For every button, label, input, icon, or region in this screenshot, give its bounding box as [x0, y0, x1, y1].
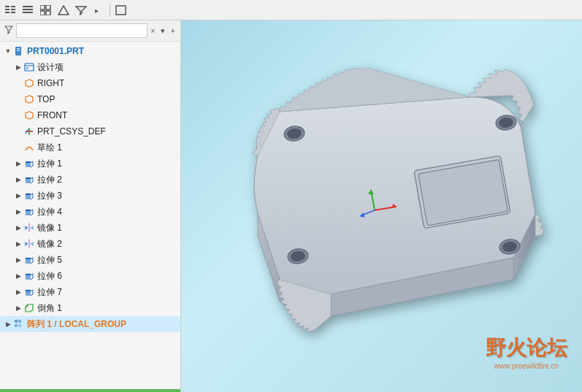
mirror1-label: 镜像 1: [37, 222, 62, 234]
filter-icon: [3, 26, 15, 36]
tree-item-extrude2[interactable]: ▶ 拉伸 2: [0, 172, 180, 188]
tree-root-item[interactable]: ▼ PRT0001.PRT: [0, 43, 180, 59]
3d-viewport[interactable]: 野火论坛 www.proewildfire.cn: [181, 20, 582, 392]
toolbar-icon-shape[interactable]: [55, 2, 72, 18]
svg-rect-47: [26, 258, 31, 259]
3d-part-svg: [214, 68, 550, 360]
toolbar-icon-list2[interactable]: [20, 2, 37, 18]
tree-item-extrude1[interactable]: ▶ 拉伸 1: [0, 155, 180, 172]
top-label: TOP: [37, 94, 55, 104]
tree-item-pattern1[interactable]: ▶ 阵列 1 / LOCAL_GROUP: [0, 316, 180, 332]
svg-rect-18: [25, 64, 34, 71]
extrude7-expand-icon[interactable]: ▶: [13, 287, 23, 297]
sketch1-label: 草绘 1: [37, 142, 62, 154]
model-tree: ▼ PRT0001.PRT ▶ 设计项 RIGHT: [0, 42, 180, 389]
sketch1-expand-spacer: [13, 142, 23, 153]
filter-input[interactable]: [16, 23, 148, 38]
extrude5-expand-icon[interactable]: ▶: [13, 255, 23, 265]
tree-item-mirror2[interactable]: ▶ 镜像 2: [0, 236, 180, 252]
filter-clear-button[interactable]: ×: [149, 26, 156, 35]
svg-rect-35: [26, 193, 31, 195]
right-label: RIGHT: [37, 78, 64, 88]
filter-add-button[interactable]: +: [169, 26, 177, 35]
design-label: 设计项: [37, 61, 64, 74]
svg-line-59: [31, 294, 33, 296]
extrude5-icon: [23, 254, 35, 266]
svg-rect-5: [11, 12, 15, 13]
tree-item-extrude5[interactable]: ▶ 拉伸 5: [0, 252, 180, 268]
svg-line-42: [31, 214, 33, 215]
svg-rect-39: [26, 211, 31, 215]
svg-rect-56: [26, 291, 31, 296]
svg-rect-46: [26, 259, 31, 264]
right-expand-spacer: [13, 78, 23, 88]
extrude1-label: 拉伸 1: [37, 158, 62, 170]
svg-rect-9: [40, 5, 45, 9]
csys-icon: [23, 126, 35, 137]
root-expand-icon[interactable]: ▼: [3, 46, 13, 56]
main-layout: × ▾ + ▼ PRT0001.PRT ▶ 设计项: [0, 20, 582, 392]
chamfer1-expand-icon[interactable]: ▶: [13, 303, 23, 313]
svg-line-37: [31, 198, 33, 199]
extrude4-icon: [23, 206, 35, 218]
extrude2-expand-icon[interactable]: ▶: [13, 174, 23, 185]
tree-item-sketch1[interactable]: 草绘 1: [0, 139, 180, 155]
root-label: PRT0001.PRT: [27, 46, 84, 56]
extrude7-label: 拉伸 7: [37, 286, 62, 299]
filter-expand-button[interactable]: ▾: [158, 26, 167, 36]
svg-rect-61: [15, 320, 18, 323]
svg-rect-12: [46, 11, 50, 15]
extrude6-expand-icon[interactable]: ▶: [13, 271, 23, 281]
toolbar-icon-grid[interactable]: [38, 2, 54, 18]
svg-rect-64: [18, 324, 21, 327]
extrude1-expand-icon[interactable]: ▶: [13, 158, 23, 169]
filter-bar: × ▾ +: [0, 20, 180, 42]
svg-rect-57: [26, 290, 31, 291]
extrude4-expand-icon[interactable]: ▶: [13, 207, 23, 217]
svg-rect-34: [26, 195, 31, 199]
tree-item-top[interactable]: TOP: [0, 91, 180, 107]
toolbar-icon-box[interactable]: [113, 2, 129, 18]
svg-line-27: [31, 166, 33, 167]
svg-rect-25: [26, 161, 31, 163]
watermark: 野火论坛 www.proewildfire.cn: [486, 334, 567, 370]
svg-rect-62: [18, 320, 21, 323]
extrude2-icon: [23, 174, 35, 185]
tree-item-extrude7[interactable]: ▶ 拉伸 7: [0, 284, 180, 300]
tree-item-mirror1[interactable]: ▶ 镜像 1: [0, 220, 180, 236]
tree-item-right[interactable]: RIGHT: [0, 75, 180, 91]
svg-rect-40: [26, 210, 31, 211]
tree-item-extrude3[interactable]: ▶ 拉伸 3: [0, 188, 180, 204]
chamfer1-label: 倒角 1: [37, 302, 62, 315]
tree-item-front[interactable]: FRONT: [0, 107, 180, 123]
svg-line-32: [31, 182, 33, 183]
svg-text:▸: ▸: [95, 7, 99, 15]
svg-rect-1: [5, 9, 9, 10]
svg-rect-7: [23, 9, 33, 10]
extrude3-expand-icon[interactable]: ▶: [13, 191, 23, 201]
tree-item-extrude6[interactable]: ▶ 拉伸 6: [0, 268, 180, 284]
sketch1-icon: [23, 142, 35, 153]
mirror1-expand-icon[interactable]: ▶: [13, 223, 23, 233]
tree-item-design[interactable]: ▶ 设计项: [0, 59, 180, 75]
svg-rect-11: [40, 11, 45, 15]
design-icon: [23, 61, 35, 73]
extrude1-icon: [23, 158, 35, 169]
extrude5-label: 拉伸 5: [37, 254, 62, 266]
svg-rect-4: [11, 9, 15, 10]
mirror2-expand-icon[interactable]: ▶: [13, 239, 23, 249]
csys-expand-spacer: [13, 126, 23, 137]
tree-item-csys[interactable]: PRT_CSYS_DEF: [0, 123, 180, 139]
root-file-icon: [13, 45, 25, 57]
svg-rect-17: [17, 50, 20, 52]
toolbar-icon-filter[interactable]: [73, 2, 89, 18]
svg-rect-20: [26, 67, 28, 69]
toolbar-icon-list1[interactable]: [3, 2, 19, 18]
front-plane-icon: [23, 109, 35, 121]
tree-item-chamfer1[interactable]: ▶ 倒角 1: [0, 300, 180, 316]
design-expand-icon[interactable]: ▶: [13, 62, 23, 72]
pattern1-icon: [13, 318, 25, 330]
tree-item-extrude4[interactable]: ▶ 拉伸 4: [0, 204, 180, 220]
toolbar-icon-more[interactable]: ▸: [91, 2, 107, 18]
pattern1-expand-icon[interactable]: ▶: [3, 319, 13, 329]
